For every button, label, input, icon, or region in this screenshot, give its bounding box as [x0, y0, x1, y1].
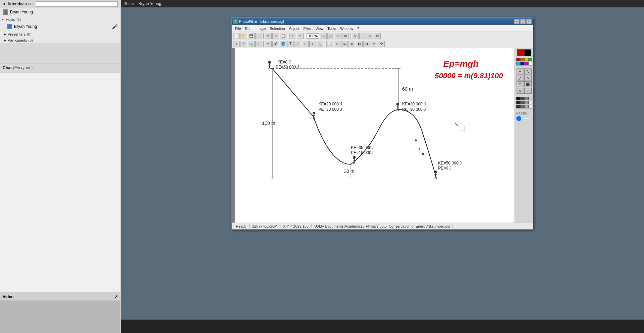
- toolbar-copy[interactable]: ⎘: [272, 33, 279, 39]
- swatch-11[interactable]: [524, 105, 528, 108]
- foreground-color[interactable]: [517, 49, 524, 56]
- toolbar2-oval[interactable]: ○: [309, 41, 316, 47]
- left-strip: [232, 48, 235, 223]
- hosts-header[interactable]: ▼ Hosts (1): [0, 16, 120, 22]
- toolbar-flip[interactable]: ↔: [359, 33, 366, 39]
- toolbar2-brush[interactable]: 🖌: [272, 41, 279, 47]
- menu-file[interactable]: File: [233, 26, 243, 31]
- tool-shape-r[interactable]: ◇: [517, 88, 524, 94]
- toolbar2-effect[interactable]: ✦: [371, 41, 377, 47]
- palette-white[interactable]: [528, 62, 532, 65]
- svg-text:50000 = m(9.81)100: 50000 = m(9.81)100: [435, 72, 503, 80]
- tool-erase-r[interactable]: □: [517, 81, 524, 87]
- swatch-4[interactable]: [528, 97, 532, 100]
- toolbar2-eyedrop[interactable]: 💉: [255, 41, 262, 47]
- close-button[interactable]: ✕: [526, 19, 532, 24]
- toolbar-actual[interactable]: ⊞: [342, 33, 349, 39]
- chat-body[interactable]: [0, 73, 120, 292]
- toolbar2-text[interactable]: T: [287, 41, 294, 47]
- tool-line-r[interactable]: ╱: [517, 75, 524, 81]
- toolbar2-burn[interactable]: ◑: [363, 41, 370, 47]
- presenters-count: (0): [27, 32, 31, 36]
- swatch-9[interactable]: [516, 105, 520, 108]
- toolbar2-clone[interactable]: ⊕: [334, 41, 340, 47]
- swatch-3[interactable]: [524, 97, 528, 100]
- swatch-6[interactable]: [520, 101, 524, 104]
- menu-filter[interactable]: Filter: [301, 26, 313, 31]
- tool-brush-r[interactable]: ╲: [524, 68, 532, 75]
- toolbar2-erase[interactable]: ⬜: [326, 41, 333, 47]
- menu-help[interactable]: ?: [355, 26, 361, 31]
- menu-tools[interactable]: Tools: [325, 26, 338, 31]
- swatch-2[interactable]: [520, 97, 524, 100]
- toolbar2-pencil[interactable]: ✏: [265, 41, 272, 47]
- swatch-8[interactable]: [528, 101, 532, 104]
- toolbar-open[interactable]: 📂: [240, 33, 247, 39]
- menu-edit[interactable]: Edit: [243, 26, 254, 31]
- toolbar2-macro[interactable]: ⚙: [378, 41, 385, 47]
- radius-slider[interactable]: [516, 116, 532, 121]
- tool-curve-r[interactable]: ∿: [524, 75, 532, 81]
- toolbar-print[interactable]: 🖨: [255, 33, 262, 39]
- attendees-search-input[interactable]: [36, 1, 118, 7]
- toolbar-zoom-out[interactable]: 🔎: [327, 33, 334, 39]
- toolbar2-line[interactable]: ╱: [294, 41, 301, 47]
- toolbar2-smudge[interactable]: ≋: [341, 41, 348, 47]
- toolbar-fit[interactable]: ⊡: [335, 33, 341, 39]
- tool-fill-r[interactable]: ⬛: [524, 81, 532, 87]
- menu-adjust[interactable]: Adjust: [287, 26, 302, 31]
- toolbar-redo[interactable]: ↪: [297, 33, 304, 39]
- swatch-10[interactable]: [520, 105, 524, 108]
- background-color[interactable]: [524, 49, 531, 56]
- toolbar-cut[interactable]: ✂: [265, 33, 272, 39]
- participants-header[interactable]: ▶ Participants (0): [0, 37, 120, 43]
- canvas-area[interactable]: 100 m 60 m: [235, 48, 515, 223]
- toolbar-new[interactable]: 📄: [233, 33, 240, 39]
- palette-red[interactable]: [516, 58, 520, 61]
- palette-cyan[interactable]: [516, 62, 520, 65]
- attendee-name-top: Bryan Young: [10, 10, 118, 14]
- toolbar2-rect[interactable]: □: [302, 41, 309, 47]
- svg-point-17: [313, 112, 315, 114]
- palette-green[interactable]: [528, 58, 532, 61]
- toolbar-resize[interactable]: ⤡: [367, 33, 373, 39]
- menu-selection[interactable]: Selection: [268, 26, 287, 31]
- palette-yellow[interactable]: [524, 58, 528, 61]
- maximize-button[interactable]: □: [520, 19, 526, 24]
- right-tool-grid: ✏ ╲ ╱ ∿ □ ⬛ ◇ ○: [517, 68, 532, 94]
- toolbar-save[interactable]: 💾: [248, 33, 255, 39]
- palette-orange[interactable]: [520, 58, 524, 61]
- toolbar2-dodge[interactable]: ◐: [356, 41, 363, 47]
- swatch-12[interactable]: [528, 105, 532, 108]
- video-expand-icon[interactable]: ⤢: [114, 294, 118, 299]
- menu-view[interactable]: View: [314, 26, 326, 31]
- tool-pencil-r[interactable]: ✏: [517, 68, 524, 75]
- swatch-5[interactable]: [516, 101, 520, 104]
- palette-blue[interactable]: [520, 62, 524, 65]
- swatch-1[interactable]: [516, 97, 520, 100]
- toolbar2-poly[interactable]: △: [317, 41, 323, 47]
- menu-window[interactable]: Window: [338, 26, 355, 31]
- svg-point-32: [434, 171, 437, 173]
- palette-magenta[interactable]: [524, 62, 528, 65]
- toolbar2-fill[interactable]: 🪣: [280, 41, 286, 47]
- minimize-button[interactable]: ─: [514, 19, 520, 24]
- host-name: Bryan Young: [14, 24, 112, 29]
- toolbar-paste[interactable]: 📋: [280, 33, 286, 39]
- toolbar-zoom-in[interactable]: 🔍: [320, 33, 327, 39]
- toolbar-rotate[interactable]: ↻: [352, 33, 359, 39]
- chat-label: Chat: [3, 65, 12, 70]
- toolbar-undo[interactable]: ↩: [289, 33, 296, 39]
- toolbar-crop[interactable]: ⊠: [374, 33, 381, 39]
- svg-text:PE=0 J: PE=0 J: [438, 166, 451, 171]
- toolbar2-zoom[interactable]: 🔍: [248, 41, 255, 47]
- share-separator: –: [136, 1, 139, 6]
- presenters-header[interactable]: ▶ Presenters (0): [0, 31, 120, 37]
- toolbar2-move[interactable]: ✛: [240, 41, 247, 47]
- svg-text:KE=20 000 J: KE=20 000 J: [318, 102, 342, 106]
- menu-image[interactable]: Image: [254, 26, 268, 31]
- tool-other-r[interactable]: ○: [524, 88, 532, 94]
- toolbar2-sharpen[interactable]: ◈: [348, 41, 355, 47]
- toolbar2-select[interactable]: ⊹: [233, 41, 240, 47]
- swatch-7[interactable]: [524, 101, 528, 104]
